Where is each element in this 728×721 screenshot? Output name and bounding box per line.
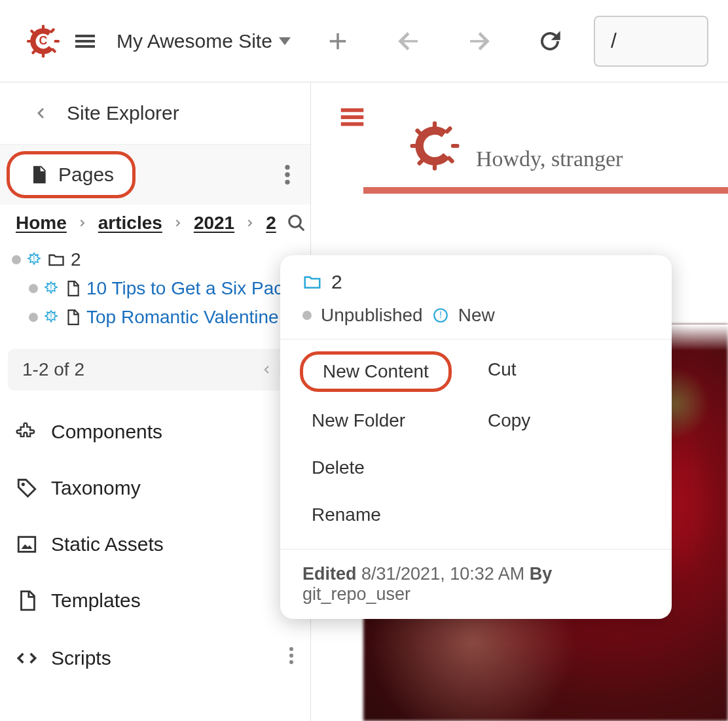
main-menu-icon[interactable] (72, 28, 98, 54)
url-value: / (611, 29, 617, 53)
context-footer: Edited 8/31/2021, 10:32 AM By git_repo_u… (280, 549, 672, 619)
back-icon[interactable] (33, 105, 48, 121)
more-vertical-icon[interactable] (288, 646, 295, 670)
menu-copy[interactable]: Copy (476, 402, 542, 439)
svg-text:!: ! (50, 283, 52, 292)
tree-folder[interactable]: ! 2 (12, 245, 299, 274)
edited-label: Edited (302, 564, 357, 584)
puzzle-icon (16, 421, 38, 443)
pages-section-row: Pages (0, 144, 310, 205)
image-icon (16, 533, 38, 555)
code-icon (16, 647, 38, 669)
svg-point-11 (285, 172, 289, 177)
svg-rect-3 (27, 39, 32, 42)
menu-delete[interactable]: Delete (300, 449, 376, 486)
pages-section[interactable]: Pages (7, 151, 136, 198)
by-label: By (530, 564, 553, 584)
breadcrumb: Home articles 2021 2 (0, 205, 310, 241)
menu-rename[interactable]: Rename (300, 497, 393, 533)
pager-prev-icon[interactable] (261, 359, 272, 380)
nav-label: Static Assets (51, 533, 164, 555)
edited-user: git_repo_user (302, 584, 410, 604)
new-badge-icon: ! (26, 252, 42, 268)
status-dot-icon (29, 313, 38, 322)
breadcrumb-item[interactable]: 2021 (194, 213, 234, 234)
file-icon (64, 309, 81, 326)
svg-point-12 (285, 180, 289, 185)
nav-static-assets[interactable]: Static Assets (0, 516, 310, 572)
url-input[interactable]: / (594, 16, 708, 67)
nav-taxonomy[interactable]: Taxonomy (0, 460, 310, 516)
edited-timestamp: 8/31/2021, 10:32 AM (361, 564, 524, 584)
tag-icon (16, 477, 38, 499)
svg-point-20 (22, 483, 25, 486)
tree-folder-label: 2 (71, 249, 81, 270)
svg-rect-2 (42, 52, 45, 57)
menu-new-folder[interactable]: New Folder (300, 402, 417, 439)
svg-rect-1 (42, 25, 45, 30)
svg-point-23 (289, 654, 293, 658)
file-icon (16, 589, 38, 612)
svg-text:!: ! (439, 309, 442, 320)
nav-forward-icon[interactable] (464, 26, 495, 57)
chevron-right-icon (77, 218, 88, 228)
pages-label: Pages (58, 164, 114, 186)
nav-label: Scripts (51, 647, 111, 669)
breadcrumb-item[interactable]: articles (98, 213, 162, 234)
status-unpublished: Unpublished (321, 305, 423, 326)
page-tree: ! 2 ! 10 Tips to Get a Six Pack (0, 241, 310, 336)
reload-icon[interactable] (534, 26, 566, 57)
svg-text:C: C (39, 34, 48, 47)
folder-icon (47, 251, 65, 269)
svg-rect-28 (410, 144, 418, 148)
context-title: 2 (331, 271, 342, 293)
menu-new-content[interactable]: New Content (300, 351, 452, 392)
svg-rect-26 (433, 122, 437, 130)
breadcrumb-item[interactable]: Home (16, 213, 67, 234)
topbar: C My Awesome Site / (0, 0, 728, 82)
status-dot-icon (29, 284, 38, 293)
nav-label: Components (51, 421, 162, 443)
caret-down-icon (279, 37, 291, 45)
app-logo: C (26, 24, 60, 58)
svg-text:!: ! (33, 255, 35, 264)
sidebar-title: Site Explorer (67, 102, 179, 124)
more-vertical-icon[interactable] (284, 164, 291, 186)
svg-point-10 (285, 165, 289, 169)
nav-label: Taxonomy (51, 477, 141, 499)
svg-rect-21 (18, 537, 35, 552)
pager-text: 1-2 of 2 (22, 359, 84, 380)
tree-item[interactable]: ! 10 Tips to Get a Six Pack (12, 274, 299, 303)
greeting-text: Howdy, stranger (476, 147, 623, 171)
site-name: My Awesome Site (117, 30, 272, 52)
search-icon[interactable] (287, 213, 306, 233)
new-badge-icon: ! (43, 281, 59, 296)
tree-item-label: 10 Tips to Get a Six Pack (86, 278, 292, 299)
menu-cut[interactable]: Cut (476, 351, 528, 392)
nav-back-icon[interactable] (393, 26, 424, 57)
svg-rect-29 (451, 144, 459, 148)
preview-menu-icon[interactable] (331, 102, 393, 171)
nav-templates[interactable]: Templates (0, 572, 310, 629)
folder-open-icon (302, 272, 322, 292)
svg-point-13 (289, 216, 301, 228)
chevron-right-icon (245, 218, 255, 228)
nav-label: Templates (51, 589, 141, 612)
nav-components[interactable]: Components (0, 404, 310, 460)
breadcrumb-item[interactable]: 2 (266, 213, 276, 234)
status-new: New (458, 305, 495, 326)
add-icon[interactable] (322, 26, 354, 57)
context-menu: 2 Unpublished ! New New Content Cut New … (280, 255, 672, 619)
sidebar: Site Explorer Pages Home articles 2021 2 (0, 82, 311, 721)
svg-rect-4 (54, 39, 60, 42)
nav-scripts[interactable]: Scripts (0, 629, 310, 687)
site-picker[interactable]: My Awesome Site (117, 30, 291, 52)
svg-rect-27 (433, 162, 437, 170)
status-dot-icon (12, 255, 21, 264)
pager: 1-2 of 2 (8, 349, 302, 391)
status-dot-icon (302, 311, 312, 320)
svg-point-24 (289, 660, 293, 664)
tree-item[interactable]: ! Top Romantic Valentine M (12, 303, 299, 332)
chevron-right-icon (173, 218, 183, 228)
svg-text:!: ! (50, 312, 52, 321)
